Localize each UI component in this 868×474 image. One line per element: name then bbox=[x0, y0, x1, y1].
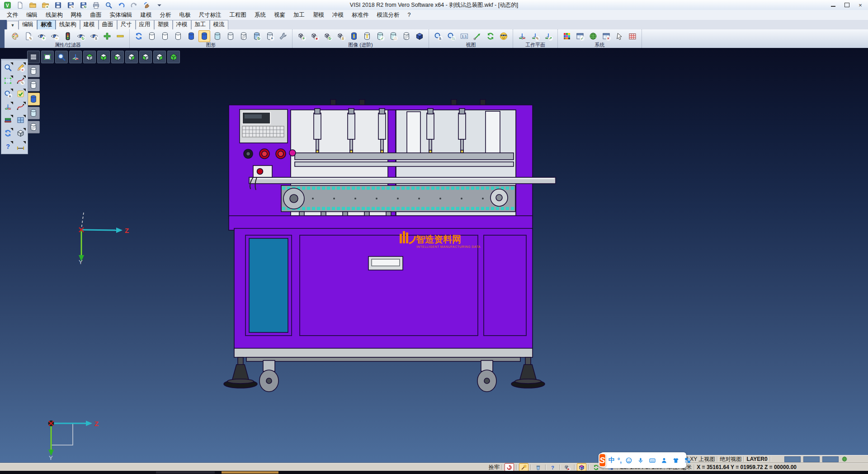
tab-die[interactable]: 冲模 bbox=[173, 20, 191, 29]
zoom-plusminus-button[interactable]: ± bbox=[2, 88, 14, 100]
view-top-button[interactable] bbox=[83, 51, 96, 63]
menu-flow-analysis[interactable]: 模流分析 bbox=[373, 10, 404, 20]
snap-settings-button[interactable] bbox=[613, 30, 625, 42]
ime-keyboard-button[interactable] bbox=[648, 456, 657, 465]
minimize-button[interactable] bbox=[826, 0, 840, 10]
hide-entities-button[interactable]: − bbox=[49, 30, 61, 42]
dynamic-view-button[interactable] bbox=[577, 463, 586, 471]
layer-indicator[interactable]: LAYER0 bbox=[746, 456, 767, 462]
tab-modeling[interactable]: 建模 bbox=[80, 20, 99, 29]
menu-dimension[interactable]: 尺寸标注 bbox=[195, 10, 226, 20]
render-tools-button[interactable] bbox=[277, 30, 289, 42]
flat-view-button[interactable] bbox=[225, 30, 236, 42]
shaded-edges-view-button[interactable] bbox=[198, 30, 210, 42]
menu-surface[interactable]: 曲面 bbox=[86, 10, 106, 20]
menu-standard-parts[interactable]: 标准件 bbox=[348, 10, 373, 20]
menu-modeling[interactable]: 建模 bbox=[137, 10, 156, 20]
viewbar-menu-button[interactable] bbox=[27, 51, 40, 63]
print-button[interactable] bbox=[90, 0, 102, 11]
zoom-in-out-button[interactable]: ± bbox=[432, 30, 444, 42]
tab-wireframe[interactable]: 线架构 bbox=[56, 20, 80, 29]
color-table-button[interactable] bbox=[561, 30, 573, 42]
tabrow-dropdown-icon[interactable]: ▼ bbox=[7, 21, 19, 29]
view-front-button[interactable] bbox=[111, 51, 124, 63]
system-settings-button[interactable]: ✓ bbox=[574, 30, 586, 42]
magic-wand-button[interactable] bbox=[519, 463, 528, 471]
save-button[interactable] bbox=[52, 0, 64, 11]
wireframe-view-button[interactable] bbox=[146, 30, 158, 42]
section-hatch-button[interactable] bbox=[401, 30, 412, 42]
regenerate-button[interactable] bbox=[2, 127, 14, 139]
section-check-button[interactable]: ✓ bbox=[374, 30, 386, 42]
chain-conveyor[interactable] bbox=[281, 185, 515, 212]
ime-mode-chinese[interactable]: 中 bbox=[609, 456, 615, 465]
multi-view-invert-button[interactable]: ± bbox=[335, 30, 347, 42]
multi-view-add-button[interactable]: + bbox=[296, 30, 307, 42]
filter-settings-button[interactable] bbox=[62, 30, 74, 42]
menu-file[interactable]: 文件 bbox=[3, 10, 22, 20]
shade-wireframe-button[interactable] bbox=[27, 65, 40, 77]
refresh-visibility-button[interactable]: ↻ bbox=[75, 30, 87, 42]
menu-mesh[interactable]: 网格 bbox=[67, 10, 86, 20]
show-entities-button[interactable]: + bbox=[36, 30, 47, 42]
menu-electrode[interactable]: 电极 bbox=[175, 10, 195, 20]
workplane-align-button[interactable]: ↗ bbox=[542, 30, 554, 42]
environment-button[interactable] bbox=[587, 30, 599, 42]
ime-layout-button[interactable] bbox=[683, 456, 692, 465]
view-right-button[interactable] bbox=[153, 51, 166, 63]
shade-transparent-button[interactable] bbox=[27, 107, 40, 119]
tab-flow[interactable]: 模流 bbox=[210, 20, 228, 29]
tab-machining[interactable]: 加工 bbox=[191, 20, 210, 29]
machine-teal-panel[interactable] bbox=[249, 238, 288, 332]
grid-window-button[interactable] bbox=[14, 114, 27, 126]
workplane-create-button[interactable] bbox=[516, 30, 528, 42]
online-globe-slot[interactable] bbox=[841, 456, 848, 462]
absolute-view-button[interactable]: 绝对视图 bbox=[720, 455, 741, 463]
tab-dimension[interactable]: 尺寸 bbox=[117, 20, 136, 29]
transparent-view-button[interactable] bbox=[212, 30, 223, 42]
machine-model[interactable]: 智造资料网 INTELLIGENT MANUFACTURING DATA bbox=[217, 99, 561, 398]
section-light-button[interactable] bbox=[361, 30, 373, 42]
shaded-view-button[interactable] bbox=[185, 30, 197, 42]
ime-punctuation[interactable]: °, bbox=[618, 457, 622, 464]
solid-box-button[interactable] bbox=[14, 127, 27, 139]
maximize-button[interactable] bbox=[840, 0, 854, 10]
reference-cube-button[interactable]: ▶ bbox=[562, 463, 572, 471]
import-file-button[interactable]: + bbox=[39, 0, 51, 11]
ime-account-button[interactable] bbox=[660, 456, 669, 465]
filter-add-button[interactable] bbox=[101, 30, 113, 42]
redo-button[interactable] bbox=[128, 0, 140, 11]
view-bottom-button[interactable] bbox=[97, 51, 110, 63]
menu-machining[interactable]: 加工 bbox=[289, 10, 309, 20]
attribute-painter-button[interactable] bbox=[9, 30, 21, 42]
zoom-extents-button[interactable] bbox=[41, 51, 54, 63]
tab-application[interactable]: 应用 bbox=[136, 20, 154, 29]
menu-help[interactable]: ? bbox=[404, 11, 415, 19]
shading-settings-button[interactable]: + bbox=[264, 30, 276, 42]
menu-drafting[interactable]: 工程图 bbox=[226, 10, 251, 20]
tab-edit[interactable]: 编辑 bbox=[19, 20, 37, 29]
menu-wireframe[interactable]: 线架构 bbox=[42, 10, 67, 20]
hidden-line-view-button[interactable] bbox=[159, 30, 171, 42]
section-blue-button[interactable] bbox=[348, 30, 360, 42]
zoom-dynamic-view-button[interactable] bbox=[55, 51, 68, 63]
measure-distance-button[interactable] bbox=[14, 140, 27, 152]
multi-view-refresh-button[interactable]: ↻ bbox=[322, 30, 334, 42]
cleanup-button[interactable] bbox=[533, 463, 543, 471]
dashed-hidden-view-button[interactable] bbox=[172, 30, 184, 42]
close-button[interactable]: × bbox=[854, 0, 867, 10]
status-help-button[interactable]: ? bbox=[548, 463, 557, 471]
redraw-button[interactable] bbox=[133, 30, 145, 42]
tab-mold[interactable]: 塑膜 bbox=[154, 20, 173, 29]
quick-access-more-button[interactable] bbox=[153, 0, 165, 11]
update-shading-button[interactable]: ↻ bbox=[251, 30, 263, 42]
sketch-curve-button[interactable]: ✎ bbox=[14, 75, 27, 87]
menu-window[interactable]: 视窗 bbox=[270, 10, 289, 20]
menu-edit[interactable]: 编辑 bbox=[22, 10, 42, 20]
view-iso-button[interactable] bbox=[167, 51, 180, 63]
wcs-indicator-button[interactable] bbox=[69, 51, 82, 63]
hatch-view-button[interactable] bbox=[238, 30, 250, 42]
wcs-transform-button[interactable] bbox=[2, 101, 14, 113]
menu-analysis[interactable]: 分析 bbox=[156, 10, 175, 20]
rotate-view-button[interactable] bbox=[485, 30, 496, 42]
